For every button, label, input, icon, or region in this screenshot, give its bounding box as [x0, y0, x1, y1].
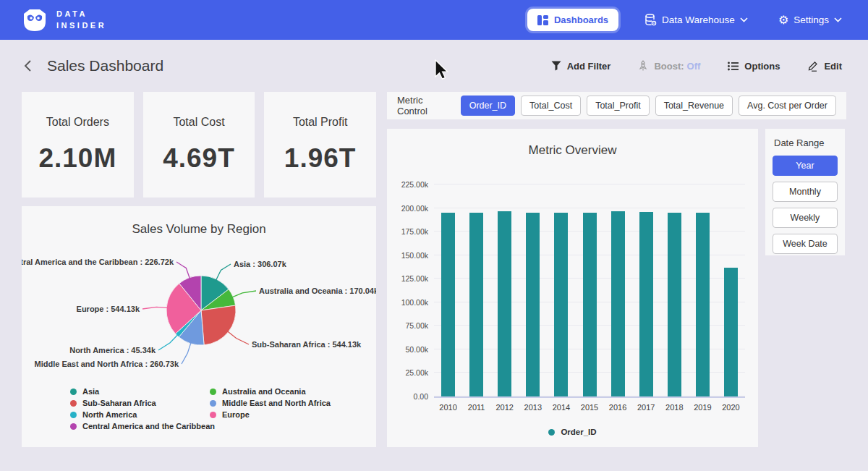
- pie-legend-label: Sub-Saharan Africa: [82, 399, 156, 407]
- y-axis-tick: 225.00k: [391, 180, 428, 189]
- pie-callout-label-central-america-and-the-caribbean: Central America and the Caribbean : 226.…: [22, 258, 174, 266]
- bar-2014[interactable]: [554, 213, 568, 396]
- legend-dot: [70, 389, 77, 395]
- date-range-option-weekly[interactable]: Weekly: [773, 208, 838, 228]
- bar-2012[interactable]: [498, 211, 511, 396]
- brand-logo[interactable]: DATA INSIDER: [22, 9, 106, 32]
- dashboards-button[interactable]: Dashboards: [527, 9, 618, 31]
- bar-2010[interactable]: [441, 213, 455, 396]
- metric-option-total-cost[interactable]: Total_Cost: [521, 96, 581, 116]
- y-axis-tick: 200.00k: [391, 204, 428, 213]
- date-range-buttons: YearMonthlyWeeklyWeek Date: [773, 156, 838, 254]
- pie-legend-label: North America: [82, 410, 137, 419]
- x-axis-label: 2015: [575, 403, 603, 412]
- y-axis-tick: 125.00k: [391, 274, 428, 283]
- date-range-option-year[interactable]: Year: [773, 156, 838, 176]
- bar-slot: [717, 177, 745, 396]
- boost-status-value: Off: [687, 61, 701, 72]
- add-filter-button[interactable]: Add Filter: [547, 60, 616, 72]
- pie-legend-item-europe[interactable]: Europe: [210, 409, 331, 420]
- brand-name-line2: INSIDER: [56, 20, 106, 31]
- pie-callout-line: [226, 330, 250, 344]
- x-axis-label: 2020: [717, 403, 745, 412]
- bar-slot: [434, 177, 462, 396]
- right-column: Metric Control Order_IDTotal_CostTotal_P…: [387, 92, 846, 447]
- y-axis-tick: 50.00k: [391, 345, 428, 354]
- pie-slice-sub-saharan-africa[interactable]: [201, 305, 236, 345]
- database-icon: [644, 14, 657, 26]
- bar-2019[interactable]: [696, 213, 710, 396]
- metric-control-buttons: Order_IDTotal_CostTotal_ProfitTotal_Reve…: [461, 96, 836, 116]
- options-button[interactable]: Options: [723, 60, 784, 72]
- bar-2016[interactable]: [611, 211, 625, 396]
- kpi-value: 2.10M: [38, 143, 116, 174]
- pie-legend-item-asia[interactable]: Asia: [70, 386, 215, 397]
- x-axis-label: 2012: [490, 403, 519, 412]
- y-axis-tick: 175.00k: [391, 227, 428, 236]
- header-actions: Add Filter Boost: Off Options: [547, 59, 846, 72]
- metric-option-total-profit[interactable]: Total_Profit: [587, 96, 650, 116]
- pie-legend-item-north-america[interactable]: North America: [70, 409, 215, 420]
- legend-dot: [70, 412, 77, 418]
- bar-chart-card: Metric Overview 0.0025.00k50.00k75.00k10…: [387, 129, 758, 447]
- page-header: Sales Dashboard Add Filter Boost: Off: [0, 40, 868, 92]
- settings-menu[interactable]: ⚙ Settings: [774, 14, 846, 27]
- metric-option-total-revenue[interactable]: Total_Revenue: [655, 96, 733, 116]
- x-axis-label: 2014: [547, 403, 575, 412]
- legend-dot: [548, 429, 555, 436]
- pie-legend-item-australia-and-oceania[interactable]: Australia and Oceania: [210, 386, 331, 397]
- pie-chart-title: Sales Volume by Region: [22, 206, 376, 237]
- legend-dot: [210, 412, 216, 418]
- legend-dot: [210, 389, 216, 395]
- metric-option-avg-cost-per-order[interactable]: Avg. Cost per Order: [739, 96, 836, 116]
- pie-legend-label: Middle East and North Africa: [222, 399, 331, 407]
- brand-name-line1: DATA: [56, 9, 106, 20]
- bar-2018[interactable]: [668, 213, 681, 396]
- pie-legend-column-2: Australia and OceaniaMiddle East and Nor…: [210, 386, 331, 420]
- pie-callout-line: [231, 291, 257, 298]
- pencil-icon: [807, 61, 818, 72]
- legend-dot: [210, 400, 216, 407]
- bar-slot: [575, 177, 603, 396]
- boost-toggle[interactable]: Boost: Off: [634, 59, 705, 72]
- edit-button[interactable]: Edit: [803, 60, 846, 72]
- bar-2017[interactable]: [639, 212, 653, 396]
- kpi-card-total-cost: Total Cost4.69T: [143, 92, 255, 198]
- left-column: Total Orders2.10MTotal Cost4.69TTotal Pr…: [22, 92, 376, 447]
- metric-option-order-id[interactable]: Order_ID: [461, 96, 515, 116]
- back-button[interactable]: [22, 58, 35, 74]
- pie-chart: Asia : 306.07kAustralia and Oceania : 17…: [22, 242, 376, 381]
- bar-2011[interactable]: [469, 213, 483, 396]
- x-axis-label: 2019: [689, 403, 717, 412]
- bar-slot: [490, 177, 519, 396]
- bar-2020[interactable]: [724, 268, 738, 396]
- date-range-option-monthly[interactable]: Monthly: [773, 182, 838, 202]
- pie-callout-line: [142, 307, 169, 309]
- data-warehouse-menu[interactable]: Data Warehouse: [640, 13, 752, 27]
- bar-slot: [547, 177, 575, 396]
- page-title: Sales Dashboard: [47, 57, 163, 75]
- metric-control-bar: Metric Control Order_IDTotal_CostTotal_P…: [387, 92, 846, 119]
- legend-dot: [70, 400, 77, 407]
- bar-2013[interactable]: [526, 213, 540, 396]
- edit-label: Edit: [824, 61, 842, 72]
- bar-2015[interactable]: [583, 213, 597, 396]
- bar-chart-title: Metric Overview: [387, 129, 758, 158]
- pie-legend-column-1: AsiaSub-Saharan AfricaNorth AmericaCentr…: [70, 386, 215, 432]
- settings-label: Settings: [793, 14, 829, 25]
- metric-control-label: Metric Control: [397, 95, 451, 116]
- kpi-card-total-profit: Total Profit1.96T: [264, 92, 376, 198]
- bar-chart-legend-item[interactable]: Order_ID: [387, 428, 758, 436]
- gear-icon: ⚙: [778, 14, 788, 26]
- date-range-option-week-date[interactable]: Week Date: [773, 234, 838, 254]
- chevron-down-icon: [740, 17, 748, 22]
- kpi-label: Total Cost: [173, 116, 224, 129]
- pie-callout-label-asia: Asia : 306.07k: [234, 260, 287, 268]
- pie-legend-item-sub-saharan-africa[interactable]: Sub-Saharan Africa: [70, 397, 215, 409]
- navbar-menu: Dashboards Data Warehouse ⚙ Settings: [527, 9, 846, 31]
- pie-callout-line: [216, 264, 231, 282]
- y-axis-tick: 0.00: [391, 392, 428, 401]
- pie-legend-label: Europe: [222, 410, 250, 419]
- pie-legend-item-middle-east-and-north-africa[interactable]: Middle East and North Africa: [210, 397, 331, 409]
- pie-legend-item-central-america-and-the-caribbean[interactable]: Central America and the Caribbean: [70, 420, 215, 432]
